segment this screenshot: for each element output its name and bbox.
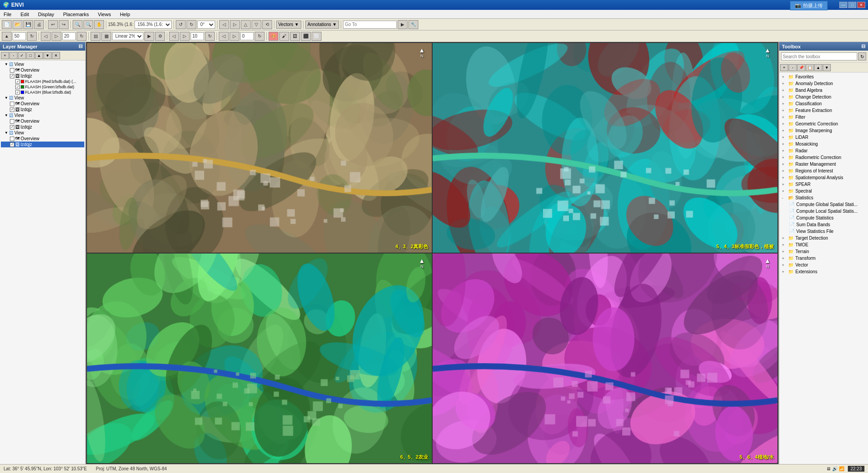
- tx-compute-global[interactable]: 📄 Compute Global Spatial Stati...: [780, 201, 867, 208]
- contrast-btn1[interactable]: ◁: [169, 32, 179, 41]
- menu-edit[interactable]: Edit: [19, 11, 31, 18]
- overview-cb-2[interactable]: [10, 102, 14, 106]
- overview-3[interactable]: 🗺 Overview: [1, 118, 84, 124]
- tx-favorites[interactable]: + 📁 Favorites: [780, 73, 867, 80]
- contrast-refresh[interactable]: ↻: [205, 32, 215, 41]
- nav-button1[interactable]: ◁: [219, 20, 229, 29]
- tools-button[interactable]: 🔧: [408, 20, 418, 29]
- annotations-dropdown[interactable]: Annotations ▼: [305, 21, 339, 29]
- sharpness-input[interactable]: [240, 32, 254, 40]
- rotation-select[interactable]: 0°: [197, 21, 215, 29]
- new-button[interactable]: 📄: [2, 20, 12, 29]
- zoom-select[interactable]: 156.3% (1.6:: [135, 21, 172, 29]
- menu-display[interactable]: Display: [36, 11, 56, 18]
- color-btn3[interactable]: 🖼: [290, 32, 300, 41]
- tx-vector[interactable]: + 📁 Vector: [780, 262, 867, 268]
- overview-2[interactable]: 🗺 Overview: [1, 101, 84, 107]
- tx-extensions[interactable]: + 📁 Extensions: [780, 268, 867, 275]
- brightness-btn[interactable]: ↻: [77, 32, 87, 41]
- apply-stretch-btn[interactable]: ▶: [144, 32, 154, 41]
- sharp-btn1[interactable]: ◁: [219, 32, 229, 41]
- flaash-green[interactable]: FLAASH (Green:lzfsdb.dat): [1, 84, 84, 90]
- contrast-input[interactable]: [191, 32, 204, 40]
- lzdqjz-1[interactable]: 🖼 lzdqjz: [1, 73, 84, 79]
- tx-spectral[interactable]: + 📁 Spectral: [780, 188, 867, 194]
- tx-compute-statistics[interactable]: 📄 Compute Statistics: [780, 215, 867, 221]
- menu-file[interactable]: File: [2, 11, 13, 18]
- lm-check-btn[interactable]: ✓: [18, 52, 26, 59]
- stretch-settings-btn[interactable]: ⚙: [155, 32, 165, 41]
- tx-target-detection[interactable]: + 📁 Target Detection: [780, 235, 867, 241]
- zoom-out-button[interactable]: 🔍: [83, 20, 93, 29]
- save-button[interactable]: 💾: [23, 20, 33, 29]
- toolbox-close[interactable]: ⊟: [861, 43, 865, 49]
- overview-cb-3[interactable]: [10, 119, 14, 124]
- color-btn1[interactable]: 🎨: [269, 32, 278, 41]
- menu-views[interactable]: Views: [96, 11, 113, 18]
- tx-band-algebra[interactable]: + 📁 Band Algebra: [780, 87, 867, 94]
- layer-btn1[interactable]: ▲: [2, 32, 12, 41]
- vectors-dropdown[interactable]: Vectors ▼: [276, 21, 301, 29]
- opacity-input[interactable]: [13, 32, 26, 40]
- print-button[interactable]: 🖨: [34, 20, 44, 29]
- tx-radar[interactable]: + 📁 Radar: [780, 147, 867, 154]
- upload-button[interactable]: 📷 拍摄上传: [790, 1, 828, 10]
- stretch-type-btn2[interactable]: ▩: [101, 32, 111, 41]
- lm-down-btn[interactable]: ▼: [43, 52, 52, 59]
- tx-feature-extraction[interactable]: + 📁 Feature Extraction: [780, 107, 867, 114]
- lm-uncheck-btn[interactable]: □: [26, 52, 35, 59]
- nav-button4[interactable]: ▽: [252, 20, 261, 29]
- tx-filter[interactable]: + 📁 Filter: [780, 114, 867, 120]
- lzdqjz-4[interactable]: 🖼 lzdqjz: [1, 142, 84, 147]
- lzdqjz-cb-1[interactable]: [10, 74, 14, 78]
- tx-mosaicking[interactable]: + 📁 Mosaicking: [780, 141, 867, 147]
- play-btn[interactable]: ▷: [52, 32, 61, 41]
- goto-input[interactable]: [343, 21, 397, 29]
- tx-unpin-btn[interactable]: 📋: [806, 64, 814, 71]
- tx-classification[interactable]: + 📁 Classification: [780, 100, 867, 107]
- zoom-in-button[interactable]: 🔍: [73, 20, 82, 29]
- map-panel-3[interactable]: N 6、5、2农业: [87, 254, 432, 463]
- tx-collapse-btn[interactable]: -: [789, 64, 797, 71]
- tx-terrain[interactable]: + 📁 Terrain: [780, 248, 867, 255]
- map-panel-2[interactable]: N 5、4、3标准假彩色，植被: [433, 43, 777, 253]
- stretch-type-btn1[interactable]: ▤: [91, 32, 100, 41]
- tx-lidar[interactable]: + 📁 LiDAR: [780, 134, 867, 141]
- lm-collapse-btn[interactable]: -: [9, 52, 17, 59]
- tx-image-sharpening[interactable]: + 📁 Image Sharpening: [780, 127, 867, 134]
- lzdqjz-cb-2[interactable]: [10, 108, 14, 112]
- tx-down-btn[interactable]: ▼: [823, 64, 831, 71]
- view-group-2[interactable]: ▼ 🖼 View: [1, 95, 84, 101]
- flaash-red[interactable]: FLAASH (Red:lzfsdb.dat) (...: [1, 79, 84, 84]
- toolbox-search-input[interactable]: [781, 52, 857, 60]
- tx-expand-btn[interactable]: +: [780, 64, 788, 71]
- tx-raster-mgmt[interactable]: + 📁 Raster Management: [780, 161, 867, 168]
- menu-help[interactable]: Help: [118, 11, 132, 18]
- flaash-red-cb[interactable]: [15, 79, 20, 84]
- view-expand-2[interactable]: ▼: [4, 96, 8, 100]
- flaash-blue[interactable]: FLAASH (Blue:lzfsdb.dat): [1, 90, 84, 95]
- tx-change-detection[interactable]: + 📁 Change Detection: [780, 94, 867, 100]
- tx-regions-interest[interactable]: + 📁 Regions of Interest: [780, 168, 867, 174]
- color-btn5[interactable]: ⬜: [312, 32, 321, 41]
- overview-cb-1[interactable]: [10, 68, 14, 73]
- color-btn2[interactable]: 🖌: [279, 32, 289, 41]
- view-expand-3[interactable]: ▼: [4, 113, 8, 117]
- tx-geometric-correction[interactable]: + 📁 Geometric Correction: [780, 120, 867, 127]
- sharp-btn2[interactable]: ▷: [230, 32, 239, 41]
- lm-expand-btn[interactable]: +: [1, 52, 9, 59]
- tx-view-statistics[interactable]: 📄 View Statistics File: [780, 228, 867, 235]
- nav-button5[interactable]: ⟲: [262, 20, 272, 29]
- overview-1[interactable]: 🗺 Overview: [1, 67, 84, 73]
- tx-statistics[interactable]: - 📂 Statistics: [780, 194, 867, 201]
- lm-delete-btn[interactable]: ✕: [52, 52, 60, 59]
- menu-placemarks[interactable]: Placemarks: [61, 11, 91, 18]
- undo-button[interactable]: ↩: [48, 20, 58, 29]
- tx-compute-local[interactable]: 📄 Compute Local Spatial Statis...: [780, 208, 867, 215]
- view-expand-4[interactable]: ▼: [4, 131, 8, 135]
- open-button[interactable]: 📂: [13, 20, 22, 29]
- maximize-button[interactable]: □: [848, 2, 856, 8]
- toolbox-refresh-button[interactable]: ↻: [858, 52, 866, 60]
- tx-tmoe[interactable]: + 📁 TMOE: [780, 241, 867, 248]
- tx-anomaly[interactable]: + 📁 Anomaly Detection: [780, 80, 867, 87]
